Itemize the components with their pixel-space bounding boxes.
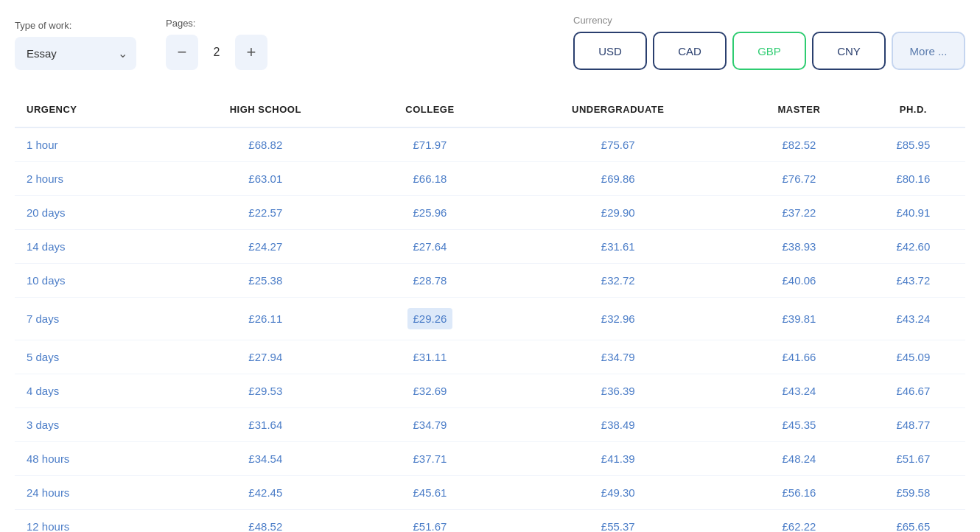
cell-ug-price: £69.86 <box>499 162 737 196</box>
cell-phd-price: £40.91 <box>861 196 965 230</box>
cell-master-price: £37.22 <box>737 196 861 230</box>
cell-phd-price: £43.72 <box>861 264 965 298</box>
cell-ug-price: £29.90 <box>499 196 737 230</box>
cell-urgency: 4 days <box>15 374 170 408</box>
cell-phd-price: £46.67 <box>861 374 965 408</box>
cell-urgency: 10 days <box>15 264 170 298</box>
table-row: 7 days£26.11£29.26£32.96£39.81£43.24 <box>15 298 965 340</box>
table-row: 3 days£31.64£34.79£38.49£45.35£48.77 <box>15 408 965 442</box>
cell-master-price: £41.66 <box>737 340 861 374</box>
currency-group: Currency USD CAD GBP CNY More ... <box>573 15 965 70</box>
increment-button[interactable]: + <box>235 35 267 70</box>
cell-ug-price: £75.67 <box>499 127 737 162</box>
cell-hs-price: £63.01 <box>170 162 360 196</box>
cell-hs-price: £26.11 <box>170 298 360 340</box>
cell-urgency: 5 days <box>15 340 170 374</box>
header-undergraduate: UNDERGRADUATE <box>499 92 737 127</box>
cell-urgency: 14 days <box>15 230 170 264</box>
top-controls: Type of work: Essay Research Paper Disse… <box>15 15 965 70</box>
cell-hs-price: £24.27 <box>170 230 360 264</box>
table-row: 1 hour£68.82£71.97£75.67£82.52£85.95 <box>15 127 965 162</box>
cell-ug-price: £41.39 <box>499 442 737 476</box>
header-phd: PH.D. <box>861 92 965 127</box>
currency-usd-button[interactable]: USD <box>573 32 647 70</box>
cell-ug-price: £38.49 <box>499 408 737 442</box>
pricing-table: URGENCY HIGH SCHOOL COLLEGE UNDERGRADUAT… <box>15 92 965 532</box>
cell-master-price: £56.16 <box>737 476 861 510</box>
cell-ug-price: £49.30 <box>499 476 737 510</box>
pages-value: 2 <box>198 46 235 59</box>
cell-phd-price: £42.60 <box>861 230 965 264</box>
currency-gbp-button[interactable]: GBP <box>732 32 806 70</box>
cell-college-price: £28.78 <box>361 264 500 298</box>
pages-group: Pages: − 2 + <box>166 18 267 70</box>
cell-hs-price: £25.38 <box>170 264 360 298</box>
cell-ug-price: £31.61 <box>499 230 737 264</box>
cell-urgency: 2 hours <box>15 162 170 196</box>
cell-hs-price: £22.57 <box>170 196 360 230</box>
cell-college-price: £37.71 <box>361 442 500 476</box>
cell-urgency: 48 hours <box>15 442 170 476</box>
cell-phd-price: £48.77 <box>861 408 965 442</box>
cell-urgency: 1 hour <box>15 127 170 162</box>
currency-cad-button[interactable]: CAD <box>653 32 727 70</box>
header-master: MASTER <box>737 92 861 127</box>
table-header-row: URGENCY HIGH SCHOOL COLLEGE UNDERGRADUAT… <box>15 92 965 127</box>
cell-college-price: £66.18 <box>361 162 500 196</box>
cell-master-price: £40.06 <box>737 264 861 298</box>
currency-label: Currency <box>573 15 965 26</box>
cell-master-price: £62.22 <box>737 510 861 533</box>
cell-phd-price: £80.16 <box>861 162 965 196</box>
cell-college-price: £71.97 <box>361 127 500 162</box>
cell-master-price: £43.24 <box>737 374 861 408</box>
cell-master-price: £38.93 <box>737 230 861 264</box>
header-high-school: HIGH SCHOOL <box>170 92 360 127</box>
currency-buttons: USD CAD GBP CNY More ... <box>573 32 965 70</box>
cell-urgency: 24 hours <box>15 476 170 510</box>
currency-more-button[interactable]: More ... <box>892 32 965 70</box>
cell-college-price: £27.64 <box>361 230 500 264</box>
cell-hs-price: £31.64 <box>170 408 360 442</box>
table-row: 12 hours£48.52£51.67£55.37£62.22£65.65 <box>15 510 965 533</box>
type-of-work-label: Type of work: <box>15 20 136 31</box>
cell-college-price: £29.26 <box>361 298 500 340</box>
type-select-wrapper: Essay Research Paper Dissertation ⌄ <box>15 37 136 70</box>
cell-hs-price: £29.53 <box>170 374 360 408</box>
type-of-work-select[interactable]: Essay Research Paper Dissertation <box>15 37 136 70</box>
cell-master-price: £45.35 <box>737 408 861 442</box>
table-row: 14 days£24.27£27.64£31.61£38.93£42.60 <box>15 230 965 264</box>
decrement-button[interactable]: − <box>166 35 198 70</box>
cell-phd-price: £45.09 <box>861 340 965 374</box>
cell-college-price: £31.11 <box>361 340 500 374</box>
cell-master-price: £82.52 <box>737 127 861 162</box>
table-row: 10 days£25.38£28.78£32.72£40.06£43.72 <box>15 264 965 298</box>
table-row: 4 days£29.53£32.69£36.39£43.24£46.67 <box>15 374 965 408</box>
cell-phd-price: £43.24 <box>861 298 965 340</box>
cell-hs-price: £48.52 <box>170 510 360 533</box>
cell-college-price: £34.79 <box>361 408 500 442</box>
cell-college-price: £45.61 <box>361 476 500 510</box>
cell-urgency: 3 days <box>15 408 170 442</box>
table-row: 20 days£22.57£25.96£29.90£37.22£40.91 <box>15 196 965 230</box>
cell-phd-price: £85.95 <box>861 127 965 162</box>
cell-hs-price: £68.82 <box>170 127 360 162</box>
cell-phd-price: £65.65 <box>861 510 965 533</box>
pages-label: Pages: <box>166 18 267 29</box>
cell-urgency: 12 hours <box>15 510 170 533</box>
cell-hs-price: £34.54 <box>170 442 360 476</box>
table-row: 5 days£27.94£31.11£34.79£41.66£45.09 <box>15 340 965 374</box>
type-of-work-group: Type of work: Essay Research Paper Disse… <box>15 20 136 70</box>
cell-ug-price: £32.96 <box>499 298 737 340</box>
currency-cny-button[interactable]: CNY <box>812 32 886 70</box>
cell-phd-price: £51.67 <box>861 442 965 476</box>
table-row: 48 hours£34.54£37.71£41.39£48.24£51.67 <box>15 442 965 476</box>
cell-hs-price: £27.94 <box>170 340 360 374</box>
cell-ug-price: £32.72 <box>499 264 737 298</box>
cell-master-price: £39.81 <box>737 298 861 340</box>
cell-ug-price: £36.39 <box>499 374 737 408</box>
cell-urgency: 7 days <box>15 298 170 340</box>
cell-ug-price: £55.37 <box>499 510 737 533</box>
header-college: COLLEGE <box>361 92 500 127</box>
cell-phd-price: £59.58 <box>861 476 965 510</box>
cell-ug-price: £34.79 <box>499 340 737 374</box>
